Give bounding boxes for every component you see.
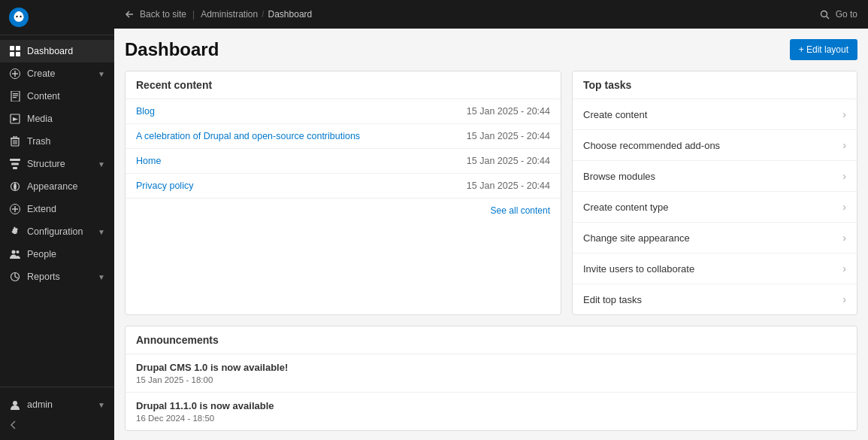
topbar-separator: |	[192, 9, 195, 20]
sidebar-appearance-label: Appearance	[27, 181, 77, 192]
announcement-title[interactable]: Drupal 11.1.0 is now available	[136, 400, 846, 411]
task-item[interactable]: Create content type ›	[573, 192, 857, 223]
task-chevron-icon: ›	[842, 170, 846, 182]
task-item[interactable]: Edit top tasks ›	[573, 284, 857, 314]
content-date: 15 Jan 2025 - 20:44	[431, 99, 561, 124]
sidebar-item-admin[interactable]: admin ▼	[0, 393, 114, 416]
admin-expand-icon: ▼	[98, 401, 105, 409]
see-all-row: See all content	[126, 198, 561, 222]
announcements-panel: Announcements Drupal CMS 1.0 is now avai…	[125, 326, 857, 431]
task-item[interactable]: Browse modules ›	[573, 161, 857, 192]
sidebar-collapse-button[interactable]	[0, 416, 114, 434]
main-area: Back to site | Administration / Dashboar…	[114, 0, 868, 440]
dashboard-icon	[9, 45, 21, 57]
svg-rect-8	[12, 73, 18, 74]
svg-rect-21	[10, 159, 20, 161]
sidebar-item-appearance[interactable]: Appearance	[0, 175, 114, 198]
svg-rect-9	[11, 91, 20, 102]
configuration-expand-icon: ▼	[98, 228, 105, 236]
content-link[interactable]: Blog	[136, 106, 155, 117]
svg-rect-23	[13, 167, 17, 169]
sidebar-item-media[interactable]: Media	[0, 108, 114, 130]
task-item[interactable]: Invite users to collaborate ›	[573, 253, 857, 284]
task-item[interactable]: Create content ›	[573, 99, 857, 130]
back-to-site-label: Back to site	[140, 9, 186, 20]
sidebar-content-label: Content	[27, 91, 60, 102]
sidebar-item-trash[interactable]: Trash	[0, 130, 114, 153]
announcements-heading: Announcements	[126, 326, 857, 354]
people-icon	[9, 248, 21, 260]
svg-rect-10	[13, 93, 18, 94]
structure-expand-icon: ▼	[98, 160, 105, 168]
create-expand-icon: ▼	[98, 70, 105, 78]
svg-rect-22	[11, 163, 19, 165]
task-label: Edit top tasks	[583, 294, 642, 305]
sidebar-item-people[interactable]: People	[0, 243, 114, 266]
sidebar-item-dashboard[interactable]: Dashboard	[0, 40, 114, 62]
sidebar-bottom: admin ▼	[0, 387, 114, 440]
sidebar-item-reports[interactable]: Reports ▼	[0, 266, 114, 288]
sidebar-nav: Dashboard Create ▼ Content Media	[0, 35, 114, 387]
dashboard-grid: Recent content Blog 15 Jan 2025 - 20:44 …	[125, 71, 857, 315]
appearance-icon	[9, 181, 21, 193]
goto-label[interactable]: Go to	[836, 9, 857, 20]
content-date: 15 Jan 2025 - 20:44	[431, 149, 561, 174]
svg-line-35	[826, 16, 829, 19]
back-to-site-button[interactable]: Back to site	[125, 9, 186, 20]
svg-point-32	[13, 401, 17, 405]
announcement-date: 16 Dec 2024 - 18:50	[136, 414, 846, 423]
sidebar-item-extend[interactable]: Extend	[0, 198, 114, 220]
task-label: Invite users to collaborate	[583, 263, 694, 275]
svg-point-29	[12, 250, 16, 254]
table-row: A celebration of Drupal and open-source …	[126, 124, 561, 149]
list-item: Drupal CMS 1.0 is now available! 15 Jan …	[126, 354, 857, 393]
search-button[interactable]	[820, 10, 830, 20]
content-link[interactable]: Home	[136, 156, 161, 166]
breadcrumb-admin[interactable]: Administration	[201, 9, 258, 20]
svg-rect-12	[13, 97, 17, 98]
svg-point-1	[20, 16, 21, 17]
sidebar-logo	[0, 0, 114, 35]
list-item: Drupal 11.1.0 is now available 16 Dec 20…	[126, 393, 857, 430]
sidebar-item-configuration[interactable]: Configuration ▼	[0, 220, 114, 243]
svg-rect-17	[14, 136, 17, 138]
svg-rect-5	[16, 52, 20, 56]
task-item[interactable]: Change site appearance ›	[573, 223, 857, 253]
content-link[interactable]: Privacy policy	[136, 181, 193, 191]
sidebar-create-label: Create	[27, 68, 56, 79]
reports-icon	[9, 271, 21, 283]
announcement-title[interactable]: Drupal CMS 1.0 is now available!	[136, 362, 846, 373]
edit-layout-button[interactable]: + Edit layout	[790, 39, 857, 60]
svg-rect-3	[16, 46, 20, 50]
media-icon	[9, 113, 21, 125]
sidebar-item-structure[interactable]: Structure ▼	[0, 153, 114, 175]
top-tasks-panel: Top tasks Create content › Choose recomm…	[572, 71, 857, 315]
table-row: Privacy policy 15 Jan 2025 - 20:44	[126, 174, 561, 199]
top-tasks-heading: Top tasks	[573, 71, 857, 99]
table-row: Blog 15 Jan 2025 - 20:44	[126, 99, 561, 124]
content-area: Dashboard + Edit layout Recent content B…	[114, 29, 868, 440]
reports-expand-icon: ▼	[98, 273, 105, 281]
sidebar-admin-label: admin	[27, 399, 53, 410]
svg-point-30	[17, 250, 20, 253]
see-all-content-link[interactable]: See all content	[491, 205, 550, 216]
svg-rect-4	[10, 52, 14, 56]
content-link[interactable]: A celebration of Drupal and open-source …	[136, 131, 360, 141]
task-chevron-icon: ›	[842, 232, 846, 244]
task-item[interactable]: Choose recommended add-ons ›	[573, 130, 857, 161]
topbar: Back to site | Administration / Dashboar…	[114, 0, 868, 29]
task-label: Change site appearance	[583, 232, 690, 244]
sidebar-people-label: People	[27, 249, 56, 259]
task-chevron-icon: ›	[842, 139, 846, 151]
breadcrumb: Administration / Dashboard	[201, 9, 312, 20]
announcement-date: 15 Jan 2025 - 18:00	[136, 375, 846, 384]
sidebar-item-content[interactable]: Content	[0, 85, 114, 108]
sidebar-item-create[interactable]: Create ▼	[0, 62, 114, 85]
configuration-icon	[9, 226, 21, 238]
task-label: Create content	[583, 109, 647, 120]
admin-icon	[9, 399, 21, 411]
svg-rect-27	[12, 208, 18, 209]
svg-rect-11	[13, 96, 18, 96]
sidebar-trash-label: Trash	[27, 136, 51, 147]
page-title: Dashboard	[125, 39, 219, 60]
